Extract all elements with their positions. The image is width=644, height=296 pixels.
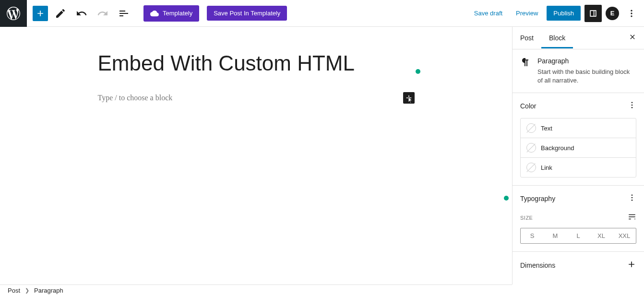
close-icon bbox=[629, 33, 636, 41]
redo-icon bbox=[97, 8, 108, 19]
color-options-list: Text Background Link bbox=[520, 118, 636, 178]
svg-point-11 bbox=[632, 200, 633, 201]
redo-button bbox=[94, 5, 111, 22]
editor-canvas[interactable]: Embed With Custom HTML Type / to choose … bbox=[0, 27, 512, 284]
undo-button[interactable] bbox=[73, 5, 90, 22]
toolbar-right-group: Save draft Preview Publish E bbox=[469, 5, 644, 22]
color-panel-menu-button[interactable] bbox=[628, 101, 636, 111]
size-xxl-button[interactable]: XXL bbox=[613, 228, 636, 243]
dimensions-add-button[interactable] bbox=[627, 260, 636, 271]
size-options: S M L XL XXL bbox=[520, 228, 636, 244]
pencil-icon bbox=[55, 8, 66, 19]
block-info-panel: Paragraph Start with the basic building … bbox=[513, 49, 644, 93]
sliders-icon bbox=[628, 213, 636, 221]
preview-button[interactable]: Preview bbox=[511, 7, 543, 20]
list-view-button[interactable] bbox=[115, 5, 132, 22]
sidebar-tabs: Post Block bbox=[513, 27, 644, 49]
publish-button[interactable]: Publish bbox=[547, 6, 581, 21]
svg-point-1 bbox=[154, 15, 155, 16]
breadcrumb: Post ❯ Paragraph bbox=[0, 284, 512, 296]
cloud-icon bbox=[150, 9, 159, 18]
list-view-icon bbox=[118, 8, 130, 19]
post-title[interactable]: Embed With Custom HTML bbox=[98, 51, 415, 77]
templately-button[interactable]: Templately bbox=[143, 5, 199, 22]
annotation-dot bbox=[416, 69, 420, 74]
more-vertical-icon bbox=[627, 9, 636, 18]
svg-point-5 bbox=[631, 15, 632, 17]
svg-point-9 bbox=[632, 195, 633, 196]
chevron-right-icon: ❯ bbox=[25, 287, 29, 294]
plus-icon bbox=[405, 94, 413, 102]
size-m-button[interactable]: M bbox=[544, 228, 567, 243]
color-swatch-empty-icon bbox=[526, 143, 536, 153]
add-block-button[interactable] bbox=[33, 6, 48, 21]
save-templately-label: Save Post In Templately bbox=[214, 10, 280, 17]
svg-point-0 bbox=[153, 15, 154, 16]
sidebar-icon bbox=[588, 9, 598, 18]
undo-icon bbox=[76, 8, 87, 19]
size-l-button[interactable]: L bbox=[567, 228, 590, 243]
main-container: Embed With Custom HTML Type / to choose … bbox=[0, 27, 644, 284]
close-sidebar-button[interactable] bbox=[621, 27, 644, 49]
more-vertical-icon bbox=[628, 101, 636, 109]
dimensions-panel: Dimensions bbox=[513, 252, 644, 279]
typography-panel: Typography SIZE S M L XL XXL bbox=[513, 186, 644, 252]
block-title: Paragraph bbox=[537, 57, 636, 65]
size-settings-button[interactable] bbox=[628, 213, 636, 223]
svg-point-7 bbox=[632, 105, 633, 106]
wordpress-logo[interactable] bbox=[0, 0, 27, 27]
size-s-button[interactable]: S bbox=[521, 228, 544, 243]
more-options-button[interactable] bbox=[623, 5, 640, 22]
save-templately-button[interactable]: Save Post In Templately bbox=[207, 6, 287, 21]
paragraph-icon bbox=[520, 57, 532, 85]
plus-icon bbox=[627, 260, 636, 269]
size-xl-button[interactable]: XL bbox=[590, 228, 613, 243]
svg-point-6 bbox=[632, 102, 633, 104]
empty-block-row: Type / to choose a block bbox=[98, 92, 415, 104]
color-text-option[interactable]: Text bbox=[521, 118, 636, 138]
annotation-dot bbox=[504, 196, 509, 201]
typography-panel-header: Typography bbox=[520, 193, 636, 204]
tab-block[interactable]: Block bbox=[541, 27, 573, 48]
plus-icon bbox=[36, 9, 45, 18]
editor-content: Embed With Custom HTML Type / to choose … bbox=[98, 51, 415, 104]
color-swatch-empty-icon bbox=[526, 123, 536, 133]
dimensions-panel-title: Dimensions bbox=[520, 261, 555, 269]
save-draft-button[interactable]: Save draft bbox=[469, 7, 507, 20]
essential-addon-button[interactable]: E bbox=[606, 7, 619, 20]
crumb-paragraph[interactable]: Paragraph bbox=[34, 287, 63, 294]
wordpress-icon bbox=[7, 7, 20, 20]
svg-point-2 bbox=[155, 15, 156, 16]
typography-panel-menu-button[interactable] bbox=[628, 193, 636, 204]
block-placeholder-text[interactable]: Type / to choose a block bbox=[98, 94, 173, 102]
color-link-option[interactable]: Link bbox=[521, 158, 636, 177]
svg-point-4 bbox=[631, 12, 632, 14]
svg-point-8 bbox=[632, 107, 633, 108]
color-panel-header: Color bbox=[520, 101, 636, 111]
templately-label: Templately bbox=[163, 10, 192, 17]
size-label-row: SIZE bbox=[520, 213, 636, 223]
color-swatch-empty-icon bbox=[526, 163, 536, 172]
inline-add-block-button[interactable] bbox=[403, 92, 415, 104]
size-label: SIZE bbox=[520, 215, 533, 221]
svg-point-10 bbox=[632, 197, 633, 199]
svg-point-3 bbox=[631, 10, 632, 11]
block-description: Start with the basic building block of a… bbox=[537, 68, 636, 85]
tab-post[interactable]: Post bbox=[513, 27, 541, 48]
color-background-option[interactable]: Background bbox=[521, 138, 636, 158]
sidebar-toggle-button[interactable] bbox=[584, 5, 602, 22]
typography-panel-title: Typography bbox=[520, 195, 555, 202]
tools-button[interactable] bbox=[52, 5, 69, 22]
top-toolbar: Templately Save Post In Templately Save … bbox=[0, 0, 644, 27]
settings-sidebar: Post Block Paragraph Start with the basi… bbox=[512, 27, 644, 284]
color-panel-title: Color bbox=[520, 102, 536, 110]
crumb-post[interactable]: Post bbox=[8, 287, 20, 294]
color-panel: Color Text Background Link bbox=[513, 93, 644, 186]
more-vertical-icon bbox=[628, 193, 636, 202]
toolbar-left-group: Templately Save Post In Templately bbox=[27, 5, 287, 22]
